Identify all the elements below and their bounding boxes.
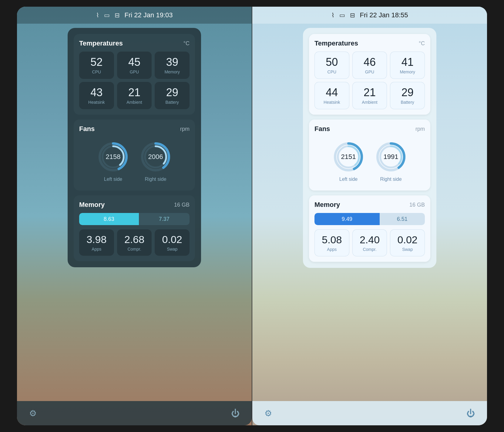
memory-stat-cell: 0.02 Swap bbox=[155, 229, 190, 256]
power-button-right[interactable]: ⏻ bbox=[466, 408, 475, 418]
temp-unit-right: °C bbox=[419, 40, 425, 47]
fan-value: 2158 bbox=[106, 153, 121, 161]
temp-label: Battery bbox=[165, 100, 179, 105]
temp-label: GPU bbox=[130, 69, 139, 74]
fans-card-right: Fans rpm 2151 Left side bbox=[309, 120, 430, 191]
memory-total-right: 16 GB bbox=[409, 202, 425, 208]
memory-card-left: Memory 16 GB 8.63 7.37 3.98 Apps 2.68 Co… bbox=[74, 195, 195, 261]
widget-panel-left: Temperatures °C 52 CPU 45 GPU 39 Memory … bbox=[68, 28, 201, 267]
fans-unit-right: rpm bbox=[415, 126, 425, 132]
memory-stat-value: 0.02 bbox=[398, 234, 418, 246]
temp-header-left: Temperatures °C bbox=[79, 39, 190, 47]
temp-cell: 21 Ambient bbox=[117, 82, 152, 109]
temp-value: 29 bbox=[402, 86, 414, 99]
fan-circle: 2006 bbox=[139, 140, 172, 174]
bottom-bar-right: ⚙ ⏻ bbox=[252, 401, 487, 425]
temp-cell: 44 Heatsink bbox=[314, 82, 349, 109]
fans-unit-left: rpm bbox=[180, 126, 190, 132]
menubar-icons-right: ⌇ ▭ ⊟ bbox=[331, 12, 355, 19]
fan-value: 1991 bbox=[384, 153, 398, 161]
monitor-icon-left: ▭ bbox=[104, 12, 110, 19]
memory-stat-cell: 2.40 Compr. bbox=[352, 229, 387, 256]
settings-button-left[interactable]: ⚙ bbox=[29, 408, 37, 418]
memory-stat-value: 5.08 bbox=[322, 234, 342, 246]
fans-row-left: 2158 Left side 2006 Right side bbox=[79, 137, 190, 185]
memory-stat-label: Swap bbox=[402, 247, 413, 252]
temp-label: CPU bbox=[92, 69, 101, 74]
temp-label: Heatsink bbox=[324, 100, 340, 105]
screen-wrapper: ⌇ ▭ ⊟ Fri 22 Jan 19:03 Temperatures °C 5… bbox=[17, 7, 487, 425]
temp-label: Heatsink bbox=[88, 100, 105, 105]
menubar-time-right: Fri 22 Jan 18:55 bbox=[360, 11, 408, 19]
memory-stat-cell: 2.68 Compr. bbox=[117, 229, 152, 256]
memory-stat-cell: 5.08 Apps bbox=[314, 229, 349, 256]
temp-value: 45 bbox=[128, 56, 140, 68]
temp-value: 21 bbox=[364, 86, 376, 99]
memory-stat-label: Apps bbox=[327, 247, 337, 252]
temp-unit-left: °C bbox=[183, 40, 190, 47]
temp-grid-left: 52 CPU 45 GPU 39 Memory 43 Heatsink 21 A… bbox=[79, 52, 190, 109]
memory-stat-value: 2.68 bbox=[124, 234, 144, 245]
temp-value: 29 bbox=[166, 86, 178, 99]
memory-header-left: Memory 16 GB bbox=[79, 201, 190, 209]
fan-item: 2006 Right side bbox=[139, 140, 172, 182]
memory-free-bar-left: 7.37 bbox=[139, 213, 190, 225]
fan-circle: 1991 bbox=[374, 140, 408, 174]
temp-cell: 29 Battery bbox=[390, 82, 425, 109]
temp-cell: 39 Memory bbox=[155, 52, 190, 79]
temp-value: 44 bbox=[326, 86, 338, 99]
fan-label: Left side bbox=[339, 177, 358, 182]
memory-stat-value: 2.40 bbox=[360, 234, 380, 246]
memory-bar-right: 9.49 6.51 bbox=[314, 213, 425, 225]
fans-row-right: 2151 Left side 1991 Right side bbox=[314, 137, 425, 185]
temp-cell: 46 GPU bbox=[352, 52, 387, 79]
fan-value: 2006 bbox=[148, 153, 163, 161]
memory-used-bar-left: 8.63 bbox=[79, 213, 139, 225]
settings-button-right[interactable]: ⚙ bbox=[264, 408, 272, 418]
bottom-bar-left: ⚙ ⏻ bbox=[17, 401, 252, 425]
temp-label: Memory bbox=[164, 69, 180, 74]
fans-title-right: Fans bbox=[314, 125, 330, 133]
fan-label: Left side bbox=[104, 177, 122, 182]
memory-stats-right: 5.08 Apps 2.40 Compr. 0.02 Swap bbox=[314, 229, 425, 256]
fans-card-left: Fans rpm 2158 Left side bbox=[74, 120, 195, 191]
pulse-icon-left: ⌇ bbox=[96, 12, 99, 19]
temp-value: 43 bbox=[90, 86, 102, 99]
temp-cell: 41 Memory bbox=[390, 52, 425, 79]
temp-title-left: Temperatures bbox=[79, 39, 123, 47]
fan-circle: 2158 bbox=[96, 140, 130, 174]
fans-header-left: Fans rpm bbox=[79, 125, 190, 133]
memory-title-right: Memory bbox=[314, 201, 340, 209]
menubar-time-left: Fri 22 Jan 19:03 bbox=[125, 11, 173, 19]
memory-stat-label: Swap bbox=[167, 247, 177, 251]
fan-label: Right side bbox=[380, 177, 402, 182]
temp-value: 21 bbox=[128, 86, 140, 99]
memory-title-left: Memory bbox=[79, 201, 105, 209]
fan-item: 1991 Right side bbox=[374, 140, 408, 182]
display-icon-left: ⊟ bbox=[115, 12, 120, 19]
temp-cell: 21 Ambient bbox=[352, 82, 387, 109]
temp-value: 46 bbox=[364, 56, 376, 68]
memory-stats-left: 3.98 Apps 2.68 Compr. 0.02 Swap bbox=[79, 229, 190, 256]
temp-cell: 43 Heatsink bbox=[79, 82, 114, 109]
temp-cell: 52 CPU bbox=[79, 52, 114, 79]
temp-title-right: Temperatures bbox=[314, 39, 358, 47]
monitor-icon-right: ▭ bbox=[339, 12, 345, 19]
power-button-left[interactable]: ⏻ bbox=[231, 408, 240, 418]
temp-value: 50 bbox=[326, 56, 338, 68]
temp-header-right: Temperatures °C bbox=[314, 39, 425, 47]
screen-right: ⌇ ▭ ⊟ Fri 22 Jan 18:55 Temperatures °C 5… bbox=[252, 7, 487, 425]
temperatures-card-right: Temperatures °C 50 CPU 46 GPU 41 Memory … bbox=[309, 34, 430, 115]
fans-title-left: Fans bbox=[79, 125, 95, 133]
memory-total-left: 16 GB bbox=[174, 202, 190, 208]
temp-cell: 45 GPU bbox=[117, 52, 152, 79]
memory-stat-value: 3.98 bbox=[86, 234, 106, 245]
temp-label: Ambient bbox=[126, 100, 142, 105]
memory-used-bar-right: 9.49 bbox=[314, 213, 380, 225]
menubar-left: ⌇ ▭ ⊟ Fri 22 Jan 19:03 bbox=[17, 7, 252, 24]
temp-value: 39 bbox=[166, 56, 178, 68]
menubar-right: ⌇ ▭ ⊟ Fri 22 Jan 18:55 bbox=[252, 7, 487, 24]
temp-cell: 50 CPU bbox=[314, 52, 349, 79]
temp-label: GPU bbox=[365, 69, 374, 74]
pulse-icon-right: ⌇ bbox=[331, 12, 334, 19]
